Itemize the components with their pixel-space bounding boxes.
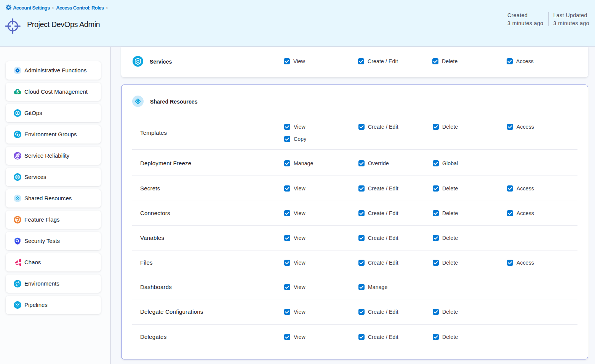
svg-text:$: $ (16, 89, 19, 94)
